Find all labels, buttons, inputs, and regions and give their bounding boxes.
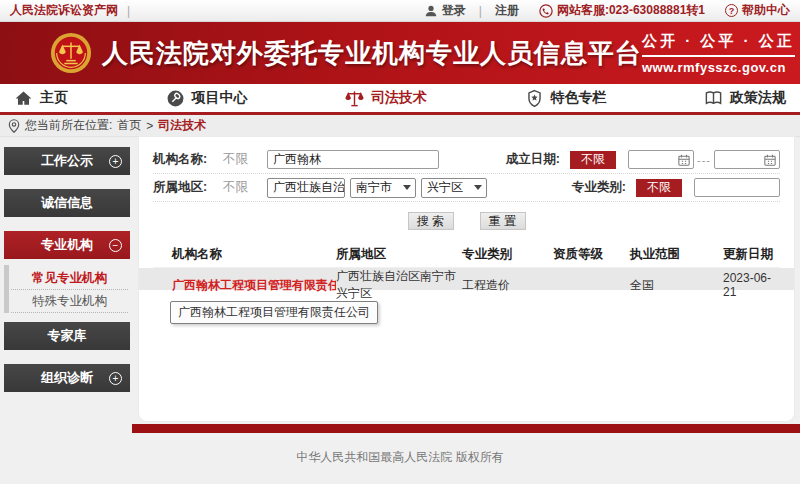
district-select-value: 兴宁区 [427, 179, 463, 196]
category-input[interactable] [694, 178, 780, 197]
customer-service-text: 网站客服:023-63088881转1 [557, 2, 705, 19]
nav-home[interactable]: 主页 [14, 89, 68, 108]
submenu-item-label: 特殊专业机构 [32, 293, 107, 310]
project-center-icon [166, 89, 185, 108]
region-unlimited-option[interactable]: 不限 [223, 179, 267, 196]
org-name-label: 机构名称: [153, 151, 223, 168]
site-banner: 人民法院对外委托专业机构专业人员信息平台 公开 · 公平 · 公正 www.rm… [0, 22, 800, 84]
site-url: www.rmfysszc.gov.cn [642, 60, 795, 75]
nav-judicial-technology[interactable]: 司法技术 [345, 89, 427, 108]
collapse-minus-icon: − [109, 239, 122, 252]
badge-icon [525, 89, 544, 108]
divider: | [127, 4, 130, 18]
expand-plus-icon: + [109, 372, 122, 385]
sidebar-item-label: 专家库 [48, 327, 87, 345]
form-actions: 搜 索 重 置 [153, 202, 780, 237]
col-header-update-date: 更新日期 [723, 246, 780, 263]
nav-label: 司法技术 [371, 89, 427, 107]
content-bottom-red-bar [132, 424, 800, 433]
litigation-assets-site-link[interactable]: 人民法院诉讼资产网 [10, 2, 118, 19]
col-header-practice-scope: 执业范围 [630, 246, 723, 263]
site-title: 人民法院对外委托专业机构专业人员信息平台 [102, 36, 642, 71]
nav-project-center[interactable]: 项目中心 [166, 89, 248, 108]
founded-unlimited-button[interactable]: 不限 [570, 151, 616, 169]
professional-institutions-submenu: 常见专业机构 特殊专业机构 [4, 265, 130, 313]
phone-icon [539, 4, 553, 18]
chevron-down-icon [403, 185, 411, 190]
district-select[interactable]: 兴宁区 [421, 178, 487, 198]
col-header-qualification: 资质等级 [553, 246, 630, 263]
search-button[interactable]: 搜 索 [408, 212, 454, 230]
login-link[interactable]: 登录 [442, 2, 466, 19]
register-link[interactable]: 注册 [495, 2, 519, 19]
org-name-link[interactable]: 广西翰林工程项目管理有限责任... [172, 277, 336, 294]
sidebar-item-professional-institutions[interactable]: 专业机构 − [4, 231, 130, 259]
sidebar-item-label: 诚信信息 [41, 194, 93, 212]
page-footer: 中华人民共和国最高人民法院 版权所有 [0, 433, 800, 482]
org-name-tooltip: 广西翰林工程项目管理有限责任公司 [170, 301, 378, 324]
sidebar-item-label: 工作公示 [41, 152, 93, 170]
sidebar-item-organization-diagnosis[interactable]: 组织诊断 + [4, 364, 130, 392]
col-header-region: 所属地区 [336, 246, 462, 263]
breadcrumb-home[interactable]: 首页 [117, 117, 141, 134]
book-icon [704, 89, 723, 108]
submenu-item-common-institutions[interactable]: 常见专业机构 [11, 267, 128, 290]
city-select[interactable]: 南宁市 [350, 178, 416, 198]
breadcrumb-prefix: 您当前所在位置: [25, 117, 112, 134]
main-panel: 机构名称: 不限 成立日期: 不限 --- [139, 137, 794, 421]
cell-region: 广西壮族自治区南宁市兴宁区 [336, 268, 462, 302]
org-name-input[interactable] [267, 150, 439, 169]
nav-policies-regulations[interactable]: 政策法规 [704, 89, 786, 108]
category-unlimited-button[interactable]: 不限 [636, 179, 682, 197]
founded-date-label: 成立日期: [506, 151, 560, 168]
province-select[interactable]: 广西壮族自治 [267, 178, 345, 198]
chevron-down-icon [474, 185, 482, 190]
reset-button[interactable]: 重 置 [480, 212, 526, 230]
sidebar-item-label: 组织诊断 [41, 369, 93, 387]
help-center-link[interactable]: 帮助中心 [742, 2, 790, 19]
submenu-item-label: 常见专业机构 [32, 270, 107, 287]
nav-featured-columns[interactable]: 特色专栏 [525, 89, 607, 108]
province-select-value: 广西壮族自治 [273, 179, 345, 196]
founded-start-date-input[interactable] [628, 150, 694, 169]
cell-update-date: 2023-06-21 [723, 271, 780, 299]
sidebar-item-integrity-info[interactable]: 诚信信息 [4, 189, 130, 217]
copyright-text: 中华人民共和国最高人民法院 版权所有 [296, 449, 503, 466]
cell-category: 工程造价 [462, 277, 553, 294]
scales-icon [345, 89, 364, 108]
results-table-header: 机构名称 所属地区 专业类别 资质等级 执业范围 更新日期 [153, 241, 780, 268]
form-row-org-name: 机构名称: 不限 成立日期: 不限 --- [153, 146, 780, 174]
submenu-item-special-institutions[interactable]: 特殊专业机构 [11, 290, 128, 313]
sidebar-item-expert-library[interactable]: 专家库 [4, 322, 130, 350]
top-utility-bar: 人民法院诉讼资产网 | 登录 | 注册 网站客服:023-63088881转1 … [0, 0, 800, 22]
expand-plus-icon: + [109, 155, 122, 168]
col-header-category: 专业类别 [462, 246, 553, 263]
nav-label: 政策法规 [730, 89, 786, 107]
form-row-region: 所属地区: 不限 广西壮族自治 南宁市 兴宁区 专业类别: 不限 [153, 174, 780, 202]
breadcrumb-separator: > [146, 119, 153, 133]
cell-practice-scope: 全国 [630, 277, 723, 294]
sidebar: 工作公示 + 诚信信息 专业机构 − 常见专业机构 特殊专业机构 专家库 组织诊… [0, 137, 132, 424]
user-icon [424, 4, 438, 18]
org-name-unlimited-option[interactable]: 不限 [223, 151, 267, 168]
breadcrumb-current: 司法技术 [158, 117, 206, 134]
slogan-text: 公开 · 公平 · 公正 [642, 32, 795, 57]
col-header-org-name: 机构名称 [172, 246, 336, 263]
founded-end-date-input[interactable] [714, 150, 780, 169]
nav-label: 项目中心 [192, 89, 248, 107]
date-range-separator: --- [697, 154, 711, 166]
breadcrumb: 您当前所在位置: 首页 > 司法技术 [0, 115, 800, 137]
main-nav: 主页 项目中心 司法技术 特色专栏 政策法规 [0, 84, 800, 115]
calendar-icon [678, 154, 690, 166]
court-emblem-logo [50, 32, 92, 74]
nav-label: 特色专栏 [551, 89, 607, 107]
location-pin-icon [8, 119, 20, 133]
home-icon [14, 89, 33, 108]
city-select-value: 南宁市 [356, 179, 392, 196]
sidebar-item-label: 专业机构 [41, 236, 93, 254]
sidebar-item-work-publicity[interactable]: 工作公示 + [4, 147, 130, 175]
divider: | [479, 4, 482, 18]
calendar-icon [764, 154, 776, 166]
region-label: 所属地区: [153, 179, 223, 196]
help-icon: ? [725, 4, 738, 17]
